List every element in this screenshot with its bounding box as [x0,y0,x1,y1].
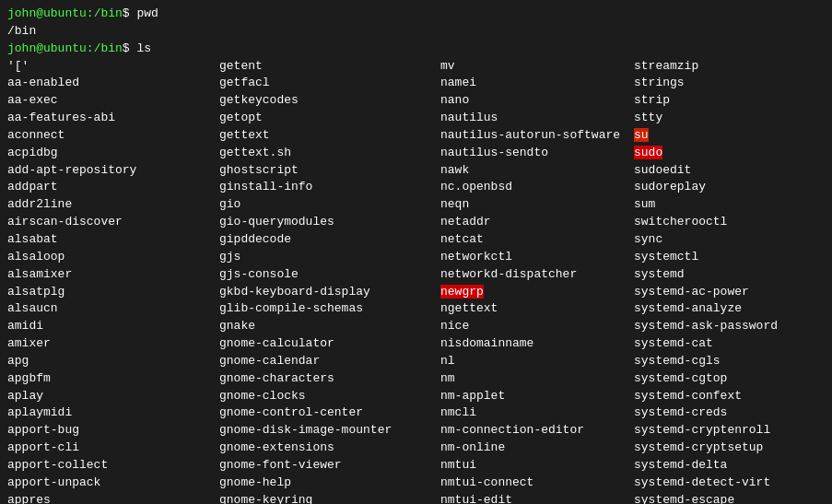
sudo-item: sudo [634,145,832,162]
prompt-dollar-1: $ [123,6,137,23]
col2: getent getfacl getkeycodes getopt gettex… [219,58,440,504]
prompt-user-1: john@ubuntu: [7,6,94,23]
col3: mv namei nano nautilus nautilus-autorun-… [440,58,634,504]
newgrp-item: newgrp [440,284,634,301]
cmd-ls: ls [136,41,151,58]
prompt-path-2: /bin [94,41,123,58]
col4: streamzip strings strip stty su sudo sud… [634,58,832,504]
su-item: su [634,127,832,145]
cmd-pwd: pwd [136,6,158,23]
prompt-line-2: john@ubuntu:/bin$ ls [7,41,825,58]
ls-output: '[' aa-enabled aa-exec aa-features-abi a… [7,58,825,504]
prompt-line-1: john@ubuntu:/bin$ pwd [7,6,825,23]
terminal-window: john@ubuntu:/bin$ pwd /bin john@ubuntu:/… [0,0,832,504]
prompt-user-2: john@ubuntu: [7,41,94,58]
prompt-dollar-2: $ [123,41,137,58]
gnome-clocks-item: gnome-clocks [219,388,440,405]
output-pwd: /bin [7,23,825,41]
col1: '[' aa-enabled aa-exec aa-features-abi a… [7,58,219,504]
prompt-path-1: /bin [94,6,123,23]
